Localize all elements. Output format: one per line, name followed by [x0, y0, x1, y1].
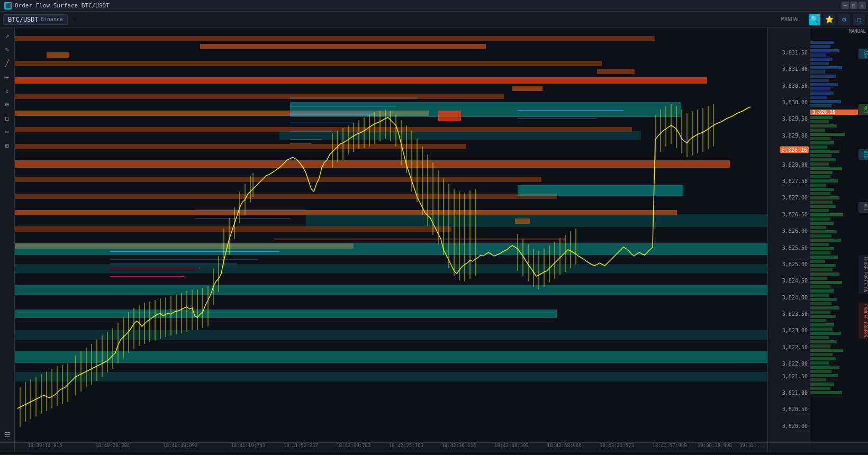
app-icon: ⬛ — [4, 2, 12, 10]
tool-scissors[interactable]: ✂ — [2, 126, 13, 138]
tool-cursor[interactable]: ↗ — [2, 30, 13, 41]
tool-hline[interactable]: ↔ — [2, 71, 13, 83]
time-label-4: 18:41:19:741 — [231, 443, 265, 448]
svg-rect-183 — [810, 332, 841, 335]
tool-vline[interactable]: ↕ — [2, 85, 13, 96]
mkt-label[interactable]: MKT — [858, 104, 868, 115]
price-label-3828: 3,828.00 — [782, 161, 808, 167]
svg-rect-141 — [810, 154, 831, 157]
svg-rect-169 — [810, 272, 839, 276]
price-label-3822b: 3,822.00 — [782, 361, 808, 367]
price-label-3824b: 3,824.00 — [782, 294, 808, 300]
svg-rect-156 — [810, 217, 830, 221]
time-label-1: 18:39:14:816 — [28, 443, 62, 448]
buy-band-1 — [290, 102, 681, 117]
time-label-8: 18:42:36:116 — [441, 443, 476, 448]
svg-rect-179 — [810, 315, 836, 318]
price-label-3830b: 3,830.00 — [782, 99, 808, 105]
svg-rect-138 — [810, 141, 834, 144]
price-label-3830: 3,830.50 — [782, 83, 808, 88]
search-icon[interactable]: 🔍 — [809, 14, 820, 25]
orderbook-panel: MANUAL ASK BID MKT ALL CLOSE POSITION CA… — [810, 28, 868, 442]
titlebar: ⬛ Order Flow Surface BTC/USDT ─ □ ✕ — [0, 0, 868, 12]
svg-rect-115 — [810, 45, 830, 48]
header-toolbar: BTC/USDT Binance ⋮ MANUAL 🔍 ⭐ ⚙ ▢ — [0, 12, 868, 28]
svg-rect-157 — [810, 222, 834, 225]
sell-band-1 — [15, 36, 655, 41]
svg-rect-132 — [810, 116, 833, 119]
svg-rect-119 — [810, 62, 829, 65]
svg-rect-129 — [810, 104, 831, 107]
tool-cross[interactable]: ⊕ — [2, 98, 13, 110]
price-label-3823: 3,823.50 — [782, 311, 808, 316]
main-area: ↗ ✎ ╱ ↔ ↕ ⊕ ◻ ✂ ⊞ ☰ — [0, 28, 868, 442]
close-position-label[interactable]: CLOSE POSITION — [858, 255, 868, 294]
svg-rect-126 — [810, 92, 834, 95]
favorites-icon[interactable]: ⭐ — [824, 14, 835, 25]
svg-rect-172 — [810, 285, 830, 288]
minimize-button[interactable]: ─ — [842, 2, 849, 9]
svg-rect-148 — [810, 184, 826, 187]
pair-menu-button[interactable]: ⋮ — [72, 16, 78, 23]
svg-rect-165 — [810, 256, 838, 259]
svg-rect-176 — [810, 302, 831, 305]
time-label-10: 18:42:58:966 — [547, 443, 582, 448]
close-button[interactable]: ✕ — [858, 2, 866, 9]
time-label-3: 18:40:48:092 — [163, 443, 197, 448]
svg-rect-153 — [810, 205, 836, 208]
sell-band-11 — [15, 194, 557, 199]
price-label-3825b: 3,825.00 — [782, 261, 808, 267]
svg-rect-146 — [810, 175, 830, 178]
time-label-9: 18:42:46:393 — [494, 443, 529, 448]
svg-rect-196 — [810, 387, 830, 390]
time-label-11: 18:43:21:573 — [600, 443, 634, 448]
svg-rect-195 — [810, 383, 834, 386]
all-label[interactable]: ALL — [858, 202, 868, 213]
buy-band-6 — [15, 264, 767, 274]
window-controls[interactable]: ─ □ ✕ — [842, 2, 866, 9]
time-label-6: 18:42:09:783 — [336, 443, 370, 448]
bottom-bar: CLUSTER STEP PROFILE LEFT PROFILE RIGHT … — [0, 452, 868, 455]
buy-band-7 — [15, 285, 767, 295]
ask-label[interactable]: ASK — [858, 49, 868, 59]
time-axis-ob-spacer — [810, 442, 868, 452]
bottom-tool[interactable]: ☰ — [2, 429, 13, 440]
tool-rect[interactable]: ◻ — [2, 112, 13, 124]
time-label-13: 19:00:39:998 — [698, 443, 732, 448]
svg-rect-137 — [810, 137, 830, 140]
pair-selector[interactable]: BTC/USDT Binance — [3, 14, 68, 25]
svg-rect-134 — [810, 124, 837, 128]
svg-rect-147 — [810, 179, 838, 183]
sell-band-3 — [15, 61, 602, 66]
svg-rect-127 — [810, 96, 827, 99]
svg-rect-143 — [810, 162, 829, 166]
price-label-3823b: 3,823.00 — [782, 327, 808, 333]
sell-patch-3 — [438, 111, 461, 121]
layout-icon[interactable]: ▢ — [853, 14, 865, 25]
orderbook-bars: 3,828.15 — [810, 28, 858, 442]
svg-rect-133 — [810, 120, 829, 123]
svg-rect-197 — [810, 391, 842, 394]
buy-band-3 — [518, 185, 683, 196]
svg-rect-178 — [810, 311, 830, 314]
settings-icon[interactable]: ⚙ — [838, 14, 850, 25]
buy-band-4 — [306, 214, 767, 227]
tool-draw[interactable]: ✎ — [2, 43, 13, 55]
bid-label[interactable]: BID — [858, 149, 868, 160]
price-label-3831: 3,831.50 — [782, 50, 808, 56]
chart-container[interactable] — [15, 28, 767, 442]
svg-rect-181 — [810, 323, 834, 326]
svg-rect-182 — [810, 327, 833, 331]
price-scale: 3,831.50 3,831.00 3,830.50 3,830.00 3,82… — [767, 28, 810, 442]
sell-patch-5 — [515, 219, 530, 224]
svg-rect-155 — [810, 213, 843, 216]
tool-grid[interactable]: ⊞ — [2, 140, 13, 151]
tool-line[interactable]: ╱ — [2, 57, 13, 69]
buy-band-10 — [15, 351, 767, 363]
cancel-orders-label[interactable]: CANCEL ORDERS — [858, 303, 868, 339]
svg-rect-128 — [810, 100, 841, 103]
mode-label: MANUAL — [781, 16, 800, 22]
svg-rect-171 — [810, 281, 842, 284]
maximize-button[interactable]: □ — [850, 2, 857, 9]
svg-rect-136 — [810, 133, 845, 136]
